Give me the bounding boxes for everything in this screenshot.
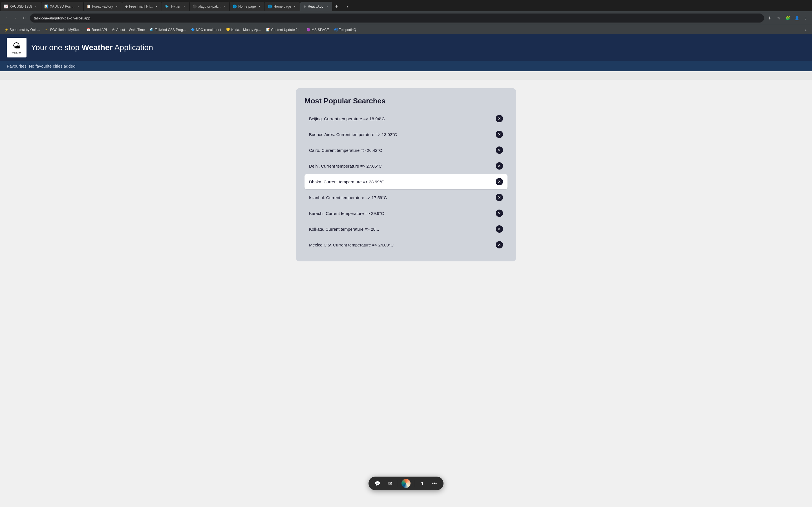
- tab-favicon: 🐦: [165, 4, 169, 8]
- bookmark-label: FGC Ilorin | MySkо...: [50, 28, 82, 32]
- favourites-bar: Favourites: No favourite cities added: [0, 61, 812, 71]
- search-item-dhaka[interactable]: Dhaka. Current temperature => 28.99°C ✕: [305, 174, 507, 189]
- bookmark-favicon: 🌊: [150, 28, 154, 32]
- browser-tab-tab-homepage1[interactable]: 🌐 Home page ✕: [230, 2, 264, 11]
- browser-tab-tab-twitter[interactable]: 🐦 Twitter ✕: [162, 2, 189, 11]
- tab-label: React App: [308, 4, 323, 8]
- tab-close-button[interactable]: ✕: [76, 4, 80, 9]
- tab-list-button[interactable]: ▾: [343, 3, 351, 10]
- bookmark-favicon: 🌀: [334, 28, 338, 32]
- browser-tab-tab-github[interactable]: ⚫ alaguton-pak... ✕: [190, 2, 229, 11]
- search-item-kolkata[interactable]: Kolkata. Current temperature => 28... ✕: [305, 221, 507, 237]
- bookmark-favicon: 💛: [226, 28, 230, 32]
- download-button[interactable]: ⬇: [766, 14, 774, 22]
- more-bookmarks-button[interactable]: »: [802, 26, 810, 34]
- reload-button[interactable]: ↻: [20, 14, 28, 22]
- tab-close-button[interactable]: ✕: [257, 4, 262, 9]
- app-title-suffix: Application: [113, 43, 153, 52]
- menu-button[interactable]: ⋮: [802, 14, 810, 22]
- remove-button[interactable]: ✕: [496, 162, 503, 170]
- tab-close-button[interactable]: ✕: [325, 4, 329, 9]
- bookmark-label: TeleportHQ: [339, 28, 356, 32]
- search-item-buenos-aires[interactable]: Buenos Aires. Current temperature => 13.…: [305, 127, 507, 142]
- remove-button[interactable]: ✕: [496, 194, 503, 201]
- mail-float-button[interactable]: ✉: [386, 479, 395, 488]
- search-item-text: Buenos Aires. Current temperature => 13.…: [309, 132, 397, 137]
- browser-toolbar: ‹ › ↻ ⬇ ☆ 🧩 👤 ⋮: [0, 11, 812, 25]
- browser-tab-tab-freetrial[interactable]: ◆ Free Trial | FT... ✕: [122, 2, 161, 11]
- bookmark-item[interactable]: ⚡Speedtest by Ookl...: [2, 27, 42, 33]
- more-float-button[interactable]: •••: [430, 479, 439, 488]
- weather-icon: 🌤: [13, 41, 20, 50]
- remove-button[interactable]: ✕: [496, 115, 503, 122]
- bookmark-button[interactable]: ☆: [775, 14, 783, 22]
- bookmark-favicon: 🟣: [306, 28, 310, 32]
- new-tab-button[interactable]: +: [332, 2, 341, 11]
- browser-tab-tab-xauusd2[interactable]: 📊 XAUUSD Posi... ✕: [42, 2, 83, 11]
- tab-favicon: 🌐: [233, 4, 237, 8]
- user-avatar[interactable]: [402, 479, 410, 488]
- bookmark-favicon: 📝: [266, 28, 270, 32]
- tab-favicon: ⚛: [303, 4, 306, 8]
- search-item-text: Delhi. Current temperature => 27.05°C: [309, 164, 382, 168]
- tab-close-button[interactable]: ✕: [154, 4, 159, 9]
- remove-button[interactable]: ✕: [496, 131, 503, 138]
- bookmark-item[interactable]: 📅Bored API: [84, 27, 109, 33]
- share-float-button[interactable]: ⬆: [417, 479, 426, 488]
- app-title-prefix: Your one stop: [31, 43, 82, 52]
- tab-close-button[interactable]: ✕: [114, 4, 119, 9]
- address-bar[interactable]: [30, 13, 764, 22]
- search-item-mexico-city[interactable]: Mexico City. Current temperature => 24.0…: [305, 237, 507, 252]
- bookmark-item[interactable]: ⏱About – WakaTime: [110, 27, 147, 33]
- tab-close-button[interactable]: ✕: [292, 4, 297, 9]
- bookmark-label: Content Update fo...: [271, 28, 301, 32]
- bookmark-item[interactable]: 🌀TeleportHQ: [332, 27, 359, 33]
- search-item-cairo[interactable]: Cairo. Current temperature => 26.42°C ✕: [305, 143, 507, 158]
- tab-close-button[interactable]: ✕: [182, 4, 186, 9]
- popular-searches-title: Most Popular Searches: [305, 97, 507, 105]
- tab-favicon: ◆: [125, 4, 128, 8]
- search-item-delhi[interactable]: Delhi. Current temperature => 27.05°C ✕: [305, 158, 507, 173]
- bookmark-item[interactable]: 🌊Tailwind CSS Prog...: [147, 27, 188, 33]
- tab-label: Home page: [273, 4, 291, 8]
- search-item-karachi[interactable]: Karachi. Current temperature => 29.9°C ✕: [305, 206, 507, 221]
- nav-buttons: ‹ › ↻: [2, 14, 28, 22]
- separator: [0, 71, 812, 80]
- remove-button[interactable]: ✕: [496, 210, 503, 217]
- browser-tab-tab-xauusd1[interactable]: 📈 XAUUSD 1958 ✕: [1, 2, 41, 11]
- bookmark-label: Bored API: [92, 28, 107, 32]
- search-item-istanbul[interactable]: Istanbul. Current temperature => 17.59°C…: [305, 190, 507, 205]
- remove-button[interactable]: ✕: [496, 178, 503, 185]
- favourites-label: Favourites:: [7, 64, 28, 68]
- tab-favicon: 📋: [87, 4, 91, 8]
- extensions-button[interactable]: 🧩: [784, 14, 792, 22]
- browser-tab-tab-reactapp[interactable]: ⚛ React App ✕: [300, 2, 332, 11]
- search-item-text: Karachi. Current temperature => 29.9°C: [309, 211, 384, 216]
- browser-tab-tab-homepage2[interactable]: 🌐 Home page ✕: [265, 2, 300, 11]
- tab-label: XAUUSD Posi...: [50, 4, 74, 8]
- chat-float-button[interactable]: 💬: [373, 479, 382, 488]
- search-item-beijing[interactable]: Beijing. Current temperature => 18.94°C …: [305, 111, 507, 126]
- tab-favicon: 📈: [4, 4, 8, 8]
- search-item-text: Beijing. Current temperature => 18.94°C: [309, 116, 385, 121]
- remove-button[interactable]: ✕: [496, 241, 503, 248]
- forward-button[interactable]: ›: [11, 14, 19, 22]
- profile-button[interactable]: 👤: [793, 14, 801, 22]
- bookmarks-bar: ⚡Speedtest by Ookl...🎓FGC Ilorin | MySkо…: [0, 25, 812, 34]
- bookmark-item[interactable]: 📝Content Update fo...: [264, 27, 304, 33]
- bookmark-item[interactable]: 🎓FGC Ilorin | MySkо...: [43, 27, 84, 33]
- bookmark-item[interactable]: 🟣MS-SPACE: [304, 27, 331, 33]
- search-item-text: Kolkata. Current temperature => 28...: [309, 227, 379, 231]
- bookmark-item[interactable]: 💛Kuda. - Money Ap...: [224, 27, 263, 33]
- bookmark-item[interactable]: 🔷NPC-recruitment: [189, 27, 223, 33]
- remove-button[interactable]: ✕: [496, 147, 503, 154]
- bookmark-label: Speedtest by Ookl...: [10, 28, 40, 32]
- search-item-text: Cairo. Current temperature => 26.42°C: [309, 148, 382, 153]
- tab-close-button[interactable]: ✕: [34, 4, 38, 9]
- bookmark-favicon: 📅: [87, 28, 91, 32]
- back-button[interactable]: ‹: [2, 14, 10, 22]
- tab-close-button[interactable]: ✕: [222, 4, 226, 9]
- toolbar-actions: ⬇ ☆ 🧩 👤 ⋮: [766, 14, 810, 22]
- remove-button[interactable]: ✕: [496, 225, 503, 233]
- browser-tab-tab-forex[interactable]: 📋 Forex Factory ✕: [84, 2, 122, 11]
